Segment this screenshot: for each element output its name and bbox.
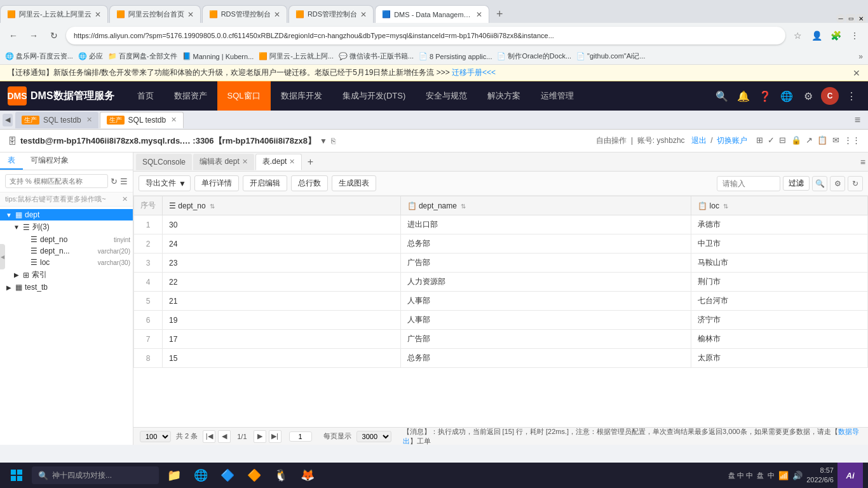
indexes-expand-icon[interactable]: ▶ xyxy=(13,271,20,278)
next-page-button[interactable]: ▶ xyxy=(254,430,266,443)
inner-tab-sql-console[interactable]: SQLConsole xyxy=(136,154,192,170)
col-header-loc[interactable]: 📋 loc ⇅ xyxy=(691,196,868,215)
page-jump-input[interactable] xyxy=(289,431,312,442)
nav-home[interactable]: 首页 xyxy=(127,81,164,111)
detail-button[interactable]: 单行详情 xyxy=(194,175,239,191)
settings-icon[interactable]: ⚙ xyxy=(799,87,817,105)
taskbar-file-explorer[interactable]: 📁 xyxy=(163,464,186,487)
columns-expand-icon[interactable]: ▼ xyxy=(13,224,20,231)
data-export-link[interactable]: 数据导出 xyxy=(403,428,859,445)
tree-col-loc[interactable]: ☰ loc varchar(30) xyxy=(15,257,133,268)
table-row[interactable]: 6 19 人事部 济宁市 xyxy=(134,311,868,330)
table-row[interactable]: 1 30 进出口部 承德市 xyxy=(134,215,868,234)
tabs-more-icon[interactable]: ≡ xyxy=(860,157,865,167)
notification-close[interactable]: ✕ xyxy=(853,68,860,78)
start-button[interactable] xyxy=(5,464,28,487)
back-button[interactable]: ← xyxy=(5,27,22,44)
browser-tab-1[interactable]: 🟧 阿里云-上云就上阿里云 ✕ xyxy=(0,5,108,23)
bookmark-7[interactable]: 📄8 Persisting applic... xyxy=(419,52,492,60)
action-icon-8[interactable]: ⋮⋮ xyxy=(844,135,860,145)
tree-node-columns[interactable]: ▼ ☰ 列(3) xyxy=(8,220,133,234)
prev-page-button[interactable]: ◀ xyxy=(218,430,231,443)
tab-more-button[interactable]: ≡ xyxy=(850,114,865,126)
sidebar-resize-handle[interactable]: ◀ xyxy=(0,244,5,269)
refresh-table-icon[interactable]: ↻ xyxy=(848,176,863,191)
globe-icon[interactable]: 🌐 xyxy=(778,87,796,105)
tab-close-3[interactable]: ✕ xyxy=(274,10,280,19)
inner-tab-table-dept[interactable]: 表.dept ✕ xyxy=(255,154,302,170)
browser-tab-5[interactable]: 🟦 DMS - Data Management ✕ xyxy=(375,5,489,23)
taskbar-edge[interactable]: 🔷 xyxy=(216,464,239,487)
bookmark-1[interactable]: 🌐盘乐网-百度云资... xyxy=(5,51,73,61)
bookmark-4[interactable]: 📘Manning | Kubern... xyxy=(182,52,254,60)
nav-solutions[interactable]: 解决方案 xyxy=(477,81,531,111)
search-icon[interactable]: 🔍 xyxy=(713,87,731,105)
content-tab-1[interactable]: 生产 SQL testdb ✕ xyxy=(15,112,98,128)
tree-node-indexes[interactable]: ▶ ⊞ 索引 xyxy=(8,268,133,281)
edit-dept-close[interactable]: ✕ xyxy=(242,158,248,166)
bookmark-6[interactable]: 💬微信读书-正版书籍... xyxy=(339,51,414,61)
browser-tab-3[interactable]: 🟧 RDS管理控制台 ✕ xyxy=(202,5,287,23)
sidebar-search-input[interactable] xyxy=(5,174,108,188)
tab-close-2[interactable]: ✕ xyxy=(187,10,194,19)
address-bar[interactable] xyxy=(66,27,785,44)
table-row[interactable]: 3 23 广告部 马鞍山市 xyxy=(134,254,868,273)
export-file-button[interactable]: 导出文件 ▼ xyxy=(139,175,191,191)
new-tab-button[interactable]: + xyxy=(491,5,508,23)
more-menu-icon[interactable]: ⋮ xyxy=(846,27,863,44)
content-tab-close-1[interactable]: ✕ xyxy=(86,116,92,124)
table-row[interactable]: 4 22 人力资源部 荆门市 xyxy=(134,273,868,292)
table-row[interactable]: 7 17 广告部 榆林市 xyxy=(134,330,868,349)
bookmark-8[interactable]: 📄制作Oracle的Dock... xyxy=(497,51,571,61)
col-header-dept_no[interactable]: ☰ dept_no ⇅ xyxy=(163,196,401,215)
action-icon-3[interactable]: ⊟ xyxy=(779,135,786,145)
bookmark-2[interactable]: 🌐必应 xyxy=(78,51,103,61)
sidebar-list-icon[interactable]: ☰ xyxy=(120,177,128,186)
dept-expand-icon[interactable]: ▼ xyxy=(5,212,13,219)
col-header-dept_name[interactable]: 📋 dept_name ⇅ xyxy=(400,196,691,215)
sidebar-tab-programmable[interactable]: 可编程对象 xyxy=(23,152,76,170)
first-page-button[interactable]: |◀ xyxy=(203,430,215,443)
taskbar-app-4[interactable]: 🔶 xyxy=(243,464,266,487)
notifications-icon[interactable]: 🔔 xyxy=(735,87,752,105)
browser-tab-4[interactable]: 🟧 RDS管理控制台 ✕ xyxy=(288,5,374,23)
table-row[interactable]: 8 15 总务部 太原市 xyxy=(134,349,868,368)
table-row[interactable]: 2 24 总务部 中卫市 xyxy=(134,234,868,254)
table-row[interactable]: 5 21 人事部 七台河市 xyxy=(134,292,868,311)
test-tb-expand-icon[interactable]: ▶ xyxy=(5,284,13,291)
avatar[interactable]: C xyxy=(821,87,839,105)
ai-button[interactable]: Ai xyxy=(837,463,863,488)
table-dept-close[interactable]: ✕ xyxy=(289,158,295,166)
reload-button[interactable]: ↻ xyxy=(46,27,62,44)
filter-button[interactable]: 过滤 xyxy=(783,176,810,191)
action-icon-5[interactable]: ↗ xyxy=(806,135,813,145)
nav-data-assets[interactable]: 数据资产 xyxy=(164,81,217,111)
content-tab-close-2[interactable]: ✕ xyxy=(171,116,177,124)
nav-sql-window[interactable]: SQL窗口 xyxy=(217,81,271,111)
tab-close-1[interactable]: ✕ xyxy=(95,10,101,19)
bookmark-star-icon[interactable]: ☆ xyxy=(789,27,806,44)
taskbar-search[interactable]: 🔍 神十四成功对接... xyxy=(32,466,159,484)
forward-button[interactable]: → xyxy=(25,27,42,44)
taskbar-chrome[interactable]: 🌐 xyxy=(189,464,212,487)
sidebar-refresh-icon[interactable]: ↻ xyxy=(111,177,118,186)
generate-chart-button[interactable]: 生成图表 xyxy=(332,175,376,191)
tab-close-4[interactable]: ✕ xyxy=(360,10,367,19)
help-icon[interactable]: ❓ xyxy=(756,87,774,105)
action-icon-7[interactable]: ✉ xyxy=(832,135,839,145)
loc-sort-icon[interactable]: ⇅ xyxy=(723,203,728,210)
volume-icon[interactable]: 🔊 xyxy=(792,471,803,480)
sidebar-tab-tables[interactable]: 表 xyxy=(0,152,23,170)
inner-tab-edit-dept[interactable]: 编辑表 dept ✕ xyxy=(193,154,254,170)
action-icon-1[interactable]: ⊞ xyxy=(756,135,763,145)
add-tab-button[interactable]: + xyxy=(303,155,317,169)
action-icon-4[interactable]: 🔒 xyxy=(791,135,801,145)
last-page-button[interactable]: ▶| xyxy=(269,430,281,443)
per-page-select[interactable]: 3000 xyxy=(356,431,391,442)
migration-link[interactable]: 迁移手册<<< xyxy=(452,68,496,77)
page-size-select[interactable]: 100 xyxy=(140,431,171,442)
tree-node-dept[interactable]: ▼ ▦ dept xyxy=(0,209,133,220)
close-window-button[interactable]: ✕ xyxy=(857,14,865,23)
sidebar-tip-close[interactable]: ✕ xyxy=(122,195,128,203)
instance-copy-icon[interactable]: ⎘ xyxy=(331,137,336,146)
